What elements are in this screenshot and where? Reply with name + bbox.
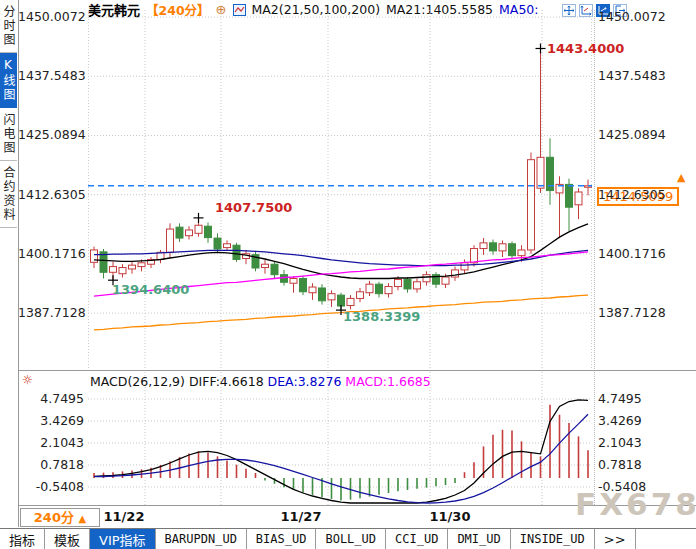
main-axis-left-label: 1450.0072 <box>18 9 84 24</box>
main-axis-left-label: 1412.6305 <box>18 187 84 202</box>
tab-bar-filler <box>636 529 696 549</box>
sidebar-item-4[interactable]: 合约资料 <box>0 161 17 228</box>
macd-axis-left-label: 0.7818 <box>18 457 84 472</box>
macd-axis-right-label: 2.1043 <box>598 435 642 450</box>
tab-模板[interactable]: 模板 <box>45 529 90 549</box>
low-price-label: 1388.3399 <box>343 309 420 324</box>
date-label: 11/30 <box>428 509 472 524</box>
macd-axis-right-label: 0.7818 <box>598 457 642 472</box>
period-selector-button[interactable]: 240分 ▲ <box>20 508 100 527</box>
main-axis-left-label: 1425.0894 <box>18 127 84 142</box>
tab-barupdn-ud[interactable]: BARUPDN_UD <box>156 529 247 549</box>
tab-指标[interactable]: 指标 <box>0 529 45 549</box>
main-axis-right-label: 1437.5483 <box>598 68 666 83</box>
tab-bias-ud[interactable]: BIAS_UD <box>247 529 317 549</box>
macd-axis-left-label: -0.5408 <box>18 479 84 494</box>
sidebar-item-3[interactable]: 闪电图 <box>0 108 17 161</box>
period-label: 240分 <box>34 510 74 525</box>
main-axis-right-label: 1400.1716 <box>598 246 666 261</box>
tab-cci-ud[interactable]: CCI_UD <box>386 529 448 549</box>
macd-params-diff: MACD(26,12,9) DIFF:4.6618 <box>90 374 268 389</box>
price-up-arrow-icon: ▲ <box>677 172 685 183</box>
candlestick-chart[interactable] <box>88 10 592 370</box>
tab-boll-ud[interactable]: BOLL_UD <box>316 529 386 549</box>
macd-axis-right-label: -0.5408 <box>598 479 646 494</box>
tab--[interactable]: >> <box>595 529 636 549</box>
chart-mode-sidebar: 分时图K线图闪电图合约资料 <box>0 0 19 527</box>
macd-value: MACD:1.6685 <box>345 374 430 389</box>
swing-low-label: 1394.6400 <box>112 282 189 297</box>
tab-vip指标[interactable]: VIP指标 <box>90 529 156 549</box>
pane-separator[interactable] <box>18 370 696 371</box>
macd-header: MACD(26,12,9) DIFF:4.6618 DEA:3.8276 MAC… <box>90 374 431 389</box>
indicator-tab-bar: 指标模板VIP指标BARUPDN_UDBIAS_UDBOLL_UDCCI_UDD… <box>0 528 696 549</box>
main-axis-right-label: 1425.0894 <box>598 127 666 142</box>
main-axis-left-label: 1437.5483 <box>18 68 84 83</box>
tab-inside-ud[interactable]: INSIDE_UD <box>511 529 595 549</box>
macd-axis-right-label: 4.7495 <box>598 391 642 406</box>
macd-chart[interactable] <box>88 372 592 505</box>
main-axis-left-label: 1400.1716 <box>18 246 84 261</box>
main-axis-right-label: 1412.6305 <box>598 187 666 202</box>
indicator-settings-icon[interactable]: ☼ <box>22 373 33 387</box>
tab-dmi-ud[interactable]: DMI_UD <box>448 529 510 549</box>
right-axis-border <box>594 10 595 505</box>
macd-axis-left-label: 2.1043 <box>18 435 84 450</box>
date-label: 11/22 <box>102 509 146 524</box>
date-label: 11/27 <box>279 509 323 524</box>
macd-axis-right-label: 3.4269 <box>598 413 642 428</box>
main-axis-right-label: 1450.0072 <box>598 9 666 24</box>
sidebar-item-1[interactable]: 分时图 <box>0 0 17 53</box>
main-axis-left-label: 1387.7128 <box>18 305 84 320</box>
period-arrow-icon: ▲ <box>78 513 86 524</box>
sidebar-item-2[interactable]: K线图 <box>0 53 17 108</box>
macd-dea-value: DEA:3.8276 <box>268 374 346 389</box>
macd-axis-left-label: 3.4269 <box>18 413 84 428</box>
trading-app-window: 分时图K线图闪电图合约资料 美元韩元 【240分】 ⊕ MA2(21,50,10… <box>0 0 696 549</box>
high-price-label: 1443.4000 <box>547 41 624 56</box>
main-axis-right-label: 1387.7128 <box>598 305 666 320</box>
swing-high-label: 1407.7500 <box>215 200 292 215</box>
macd-axis-left-label: 4.7495 <box>18 391 84 406</box>
